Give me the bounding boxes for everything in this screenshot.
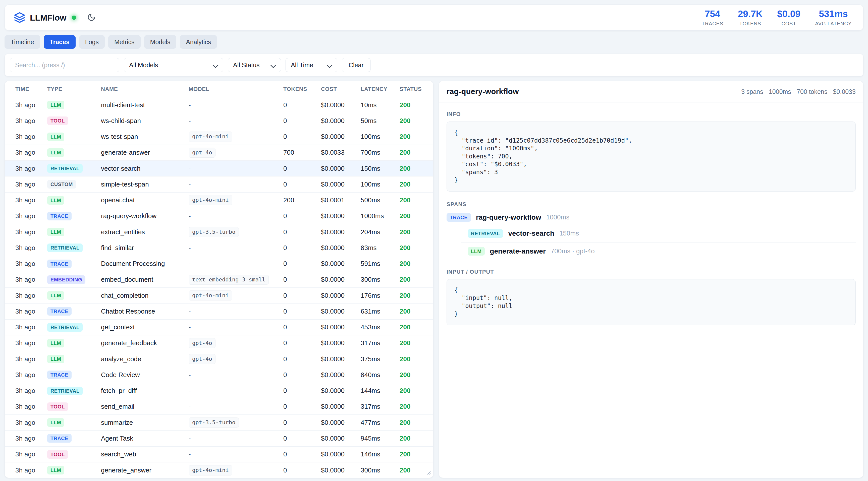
trace-cost: $0.0000 [321,323,361,331]
trace-model: - [189,212,283,220]
table-row[interactable]: 3h ago LLM analyze_code gpt-4o 0 $0.0000… [5,351,433,367]
time-filter-select[interactable]: All Time [285,58,337,72]
trace-model: - [189,450,283,458]
table-row[interactable]: 3h ago LLM summarize gpt-3.5-turbo 0 $0.… [5,415,433,430]
trace-cost: $0.0000 [321,165,361,172]
app-title: LLMFlow [30,13,66,23]
type-badge: TRACE [47,212,71,220]
table-row[interactable]: 3h ago LLM openai.chat gpt-4o-mini 200 $… [5,193,433,209]
trace-name: ws-child-span [101,117,189,125]
table-row[interactable]: 3h ago LLM ws-test-span gpt-4o-mini 0 $0… [5,129,433,145]
span-type-badge: TRACE [446,213,471,222]
tab-analytics[interactable]: Analytics [180,35,217,49]
model-filter-select[interactable]: All Models [124,58,223,72]
resize-grip[interactable] [426,470,431,476]
table-row[interactable]: 3h ago LLM extract_entities gpt-3.5-turb… [5,224,433,240]
span-duration: 150ms [559,229,579,237]
tab-timeline[interactable]: Timeline [4,35,40,49]
model-chip: gpt-4o-mini [189,290,232,300]
span-row-child[interactable]: LLM generate-answer 700ms · gpt-4o [461,242,856,260]
trace-cost: $0.0000 [321,435,361,442]
table-row[interactable]: 3h ago RETRIEVAL find_similar - 0 $0.000… [5,240,433,256]
span-row-child[interactable]: RETRIEVAL vector-search 150ms [461,225,856,242]
trace-cost: $0.0000 [321,292,361,299]
stat-tokens: 29.7K TOKENS [738,9,763,27]
trace-latency: 945ms [361,435,400,442]
status-code: 200 [400,435,433,442]
trace-time: 3h ago [15,435,47,442]
table-row[interactable]: 3h ago RETRIEVAL get_context - 0 $0.0000… [5,320,433,335]
table-row[interactable]: 3h ago RETRIEVAL vector-search - 0 $0.00… [5,161,433,177]
trace-name: summarize [101,419,189,426]
table-row[interactable]: 3h ago LLM generate_answer gpt-4o-mini 0… [5,462,433,478]
status-filter-value: All Status [233,62,260,69]
trace-name: fetch_pr_diff [101,387,189,395]
table-row[interactable]: 3h ago TOOL ws-child-span - 0 $0.0000 50… [5,113,433,129]
trace-tokens: 0 [283,403,321,411]
table-row[interactable]: 3h ago TOOL search_web - 0 $0.0000 146ms… [5,447,433,462]
trace-time: 3h ago [15,419,47,426]
table-row[interactable]: 3h ago EMBEDDING embed_document text-emb… [5,272,433,288]
search-input[interactable] [10,58,119,72]
trace-cost: $0.0000 [321,133,361,140]
trace-cost: $0.0000 [321,244,361,252]
trace-cost: $0.0000 [321,403,361,411]
trace-time: 3h ago [15,323,47,331]
trace-model: gpt-4o-mini [189,465,283,475]
table-row[interactable]: 3h ago TRACE rag-query-workflow - 0 $0.0… [5,209,433,224]
trace-model: gpt-4o [189,148,283,158]
time-filter-value: All Time [291,62,313,69]
detail-header: rag-query-workflow 3 spans · 1000ms · 70… [439,81,863,102]
trace-model: gpt-4o-mini [189,132,283,141]
io-json-block: { "input": null, "output": null } [446,279,856,325]
table-row[interactable]: 3h ago TOOL send_email - 0 $0.0000 317ms… [5,399,433,415]
info-section-label: INFO [446,111,856,118]
trace-time: 3h ago [15,450,47,458]
table-row[interactable]: 3h ago CUSTOM simple-test-span - 0 $0.00… [5,177,433,192]
table-row[interactable]: 3h ago LLM generate-answer gpt-4o 700 $0… [5,145,433,161]
type-badge: LLM [47,196,64,204]
model-chip: gpt-4o [189,338,216,348]
status-code: 200 [400,260,433,267]
table-row[interactable]: 3h ago LLM chat_completion gpt-4o-mini 0… [5,288,433,303]
tab-models[interactable]: Models [144,35,177,49]
trace-latency: 840ms [361,371,400,379]
trace-latency: 375ms [361,355,400,363]
clear-filters-button[interactable]: Clear [342,58,370,72]
trace-name: send_email [101,403,189,411]
status-filter-select[interactable]: All Status [228,58,281,72]
table-row[interactable]: 3h ago TRACE Agent Task - 0 $0.0000 945m… [5,430,433,446]
stat-traces: 754 TRACES [702,9,723,27]
detail-title: rag-query-workflow [446,87,519,96]
span-type-badge: RETRIEVAL [468,229,503,238]
table-row[interactable]: 3h ago TRACE Code Review - 0 $0.0000 840… [5,367,433,383]
trace-model: gpt-4o-mini [189,195,283,205]
stat-label: TOKENS [739,21,761,27]
type-badge: LLM [47,133,64,141]
tab-metrics[interactable]: Metrics [108,35,141,49]
col-latency: LATENCY [361,86,400,92]
table-row[interactable]: 3h ago LLM multi-client-test - 0 $0.0000… [5,97,433,113]
tab-traces[interactable]: Traces [44,35,75,49]
span-row-root[interactable]: TRACE rag-query-workflow 1000ms [446,212,856,225]
table-row[interactable]: 3h ago TRACE Chatbot Response - 0 $0.000… [5,303,433,319]
trace-time: 3h ago [15,308,47,315]
trace-latency: 591ms [361,260,400,267]
tab-logs[interactable]: Logs [79,35,105,49]
status-code: 200 [400,371,433,379]
trace-time: 3h ago [15,133,47,140]
dark-mode-toggle[interactable] [87,13,96,22]
type-badge: TOOL [47,117,68,125]
table-row[interactable]: 3h ago LLM generate_feedback gpt-4o 0 $0… [5,335,433,351]
status-code: 200 [400,133,433,140]
stat-label: AVG LATENCY [815,21,852,27]
table-row[interactable]: 3h ago RETRIEVAL fetch_pr_diff - 0 $0.00… [5,383,433,399]
table-row[interactable]: 3h ago TRACE Document Processing - 0 $0.… [5,256,433,272]
trace-time: 3h ago [15,292,47,299]
status-code: 200 [400,339,433,347]
col-type: TYPE [47,86,101,92]
trace-detail-panel: rag-query-workflow 3 spans · 1000ms · 70… [439,81,864,478]
trace-model: text-embedding-3-small [189,275,283,285]
status-code: 200 [400,101,433,109]
trace-name: ws-test-span [101,133,189,140]
